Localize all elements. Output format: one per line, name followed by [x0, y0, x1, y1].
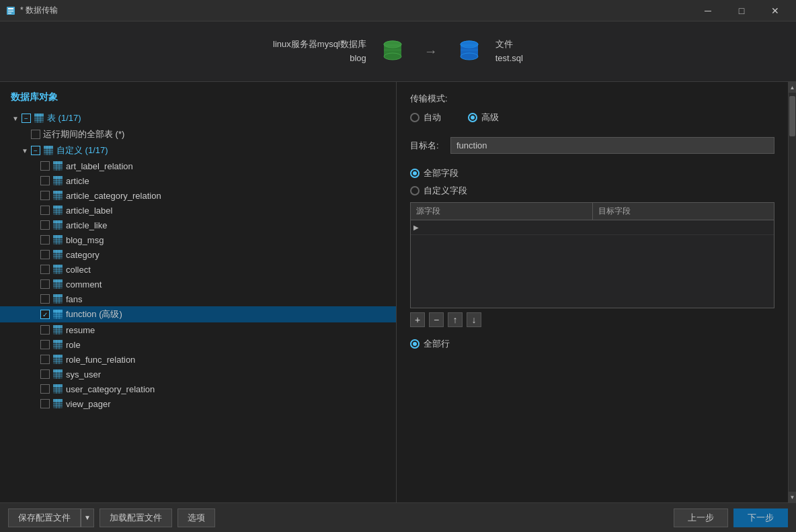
- window-title: * 数据传输: [20, 5, 692, 16]
- all-fields-option[interactable]: 全部字段: [410, 167, 459, 179]
- move-up-field-button[interactable]: ↑: [448, 312, 463, 327]
- maximize-button[interactable]: □: [726, 0, 757, 21]
- custom-fields-option[interactable]: 自定义字段: [410, 185, 467, 197]
- all-rows-option[interactable]: 全部行: [410, 338, 774, 350]
- checkbox-view-pager[interactable]: [40, 399, 50, 408]
- tree-item-art-label-relation[interactable]: art_label_relation: [0, 159, 396, 173]
- tree-item-article-category-relation[interactable]: article_category_relation: [0, 188, 396, 203]
- tree-item-resume[interactable]: resume: [0, 322, 396, 337]
- mode-section: 传输模式: 自动 高级: [410, 93, 774, 124]
- checkbox-blog-msg[interactable]: [40, 235, 50, 245]
- add-field-button[interactable]: +: [410, 312, 425, 327]
- tree-item-article[interactable]: article: [0, 173, 396, 188]
- tree-item-comment[interactable]: comment: [0, 277, 396, 292]
- svg-rect-136: [53, 384, 63, 387]
- load-config-button[interactable]: 加载配置文件: [100, 508, 172, 527]
- svg-rect-9: [384, 49, 401, 51]
- svg-rect-122: [53, 355, 63, 357]
- tree-item-tables[interactable]: ▼ − 表 (1/17): [0, 110, 396, 126]
- source-server-label: linux服务器mysql数据库: [273, 38, 366, 52]
- all-fields-radio[interactable]: [410, 169, 420, 178]
- checkbox-tables[interactable]: −: [22, 114, 31, 123]
- tree-item-role-func-relation[interactable]: role_func_relation: [0, 352, 396, 367]
- tree-item-sys-user[interactable]: sys_user: [0, 367, 396, 382]
- minimize-button[interactable]: ─: [692, 0, 723, 21]
- tree-item-article-label[interactable]: article_label: [0, 203, 396, 218]
- field-radio-group: 全部字段: [410, 167, 774, 179]
- mode-auto-radio[interactable]: [410, 113, 420, 122]
- checkbox-runtime-tables[interactable]: [31, 130, 40, 139]
- tree-item-article-like[interactable]: article_like: [0, 218, 396, 232]
- tree-item-user-category-relation[interactable]: user_category_relation: [0, 382, 396, 396]
- tree-item-custom-group[interactable]: ▼ − 自定义 (1/17): [0, 142, 396, 159]
- field-table-body: ▶: [411, 220, 774, 308]
- table-icon-resume: [52, 324, 63, 335]
- options-button[interactable]: 选项: [177, 508, 215, 527]
- right-panel: 传输模式: 自动 高级 目标名: 全部字段: [397, 82, 788, 502]
- source-info: linux服务器mysql数据库 blog: [273, 38, 366, 66]
- target-name-input[interactable]: [450, 137, 774, 154]
- checkbox-comment[interactable]: [40, 279, 50, 289]
- tree-item-collect[interactable]: collect: [0, 262, 396, 277]
- tree-item-function[interactable]: ✓ function (高级): [0, 306, 396, 322]
- tree-item-role[interactable]: role: [0, 337, 396, 352]
- custom-field-radio-group: 自定义字段: [410, 185, 774, 197]
- field-row-empty: ▶: [411, 220, 774, 235]
- checkbox-article-label[interactable]: [40, 206, 50, 215]
- checkbox-role-func-relation[interactable]: [40, 355, 50, 364]
- role-label: role: [66, 340, 81, 350]
- checkbox-function[interactable]: ✓: [40, 310, 50, 319]
- move-down-field-button[interactable]: ↓: [467, 312, 481, 327]
- mode-advanced-radio[interactable]: [468, 113, 477, 122]
- save-config-dropdown-button[interactable]: ▼: [81, 508, 94, 527]
- transfer-header: linux服务器mysql数据库 blog → 文件 test.sql: [0, 21, 796, 82]
- prev-step-button[interactable]: 上一步: [674, 508, 728, 527]
- sys-user-label: sys_user: [66, 369, 101, 380]
- tree-item-view-pager[interactable]: view_pager: [0, 396, 396, 411]
- right-scrollbar: ▲ ▼: [788, 82, 796, 502]
- table-icon-collect: [52, 264, 63, 275]
- close-button[interactable]: ✕: [760, 0, 791, 21]
- table-icon-article: [52, 175, 63, 186]
- checkbox-article-like[interactable]: [40, 220, 50, 230]
- svg-point-6: [384, 53, 401, 60]
- checkbox-user-category-relation[interactable]: [40, 384, 50, 394]
- checkbox-fans[interactable]: [40, 294, 50, 304]
- table-icon-role-func-relation: [52, 354, 63, 365]
- source-field-col: 源字段: [411, 203, 593, 220]
- mode-auto-label: 自动: [424, 112, 441, 124]
- checkbox-custom-group[interactable]: −: [31, 146, 40, 155]
- table-icon-article-label: [52, 205, 63, 216]
- svg-rect-52: [53, 206, 63, 208]
- custom-group-label: 自定义 (1/17): [56, 144, 108, 157]
- tree-item-category[interactable]: category: [0, 247, 396, 262]
- scrollbar-thumb[interactable]: [789, 96, 795, 136]
- checkbox-sys-user[interactable]: [40, 369, 50, 379]
- checkbox-category[interactable]: [40, 250, 50, 259]
- all-rows-radio[interactable]: [410, 339, 420, 349]
- svg-rect-38: [53, 176, 63, 179]
- custom-fields-radio[interactable]: [410, 186, 420, 195]
- mode-advanced-option[interactable]: 高级: [468, 112, 499, 124]
- next-step-button[interactable]: 下一步: [733, 508, 788, 527]
- resume-label: resume: [66, 325, 95, 335]
- checkbox-article-category-relation[interactable]: [40, 191, 50, 200]
- scrollbar-up-btn[interactable]: ▲: [789, 82, 796, 93]
- save-config-button[interactable]: 保存配置文件: [8, 508, 81, 527]
- mode-auto-option[interactable]: 自动: [410, 112, 441, 124]
- window-controls: ─ □ ✕: [692, 0, 791, 21]
- tree-item-runtime-tables[interactable]: 运行期间的全部表 (*): [0, 126, 396, 142]
- tree-item-blog-msg[interactable]: blog_msg: [0, 232, 396, 247]
- checkbox-art-label-relation[interactable]: [40, 161, 50, 171]
- remove-field-button[interactable]: −: [429, 312, 444, 327]
- checkbox-collect[interactable]: [40, 265, 50, 274]
- checkbox-article[interactable]: [40, 176, 50, 185]
- svg-rect-45: [53, 191, 63, 193]
- tree-item-fans[interactable]: fans: [0, 292, 396, 306]
- table-icon-user-category-relation: [52, 384, 63, 394]
- checkbox-role[interactable]: [40, 340, 50, 349]
- checkbox-resume[interactable]: [40, 325, 50, 335]
- svg-rect-8: [384, 44, 401, 46]
- scrollbar-down-btn[interactable]: ▼: [789, 492, 796, 502]
- svg-rect-15: [461, 49, 478, 51]
